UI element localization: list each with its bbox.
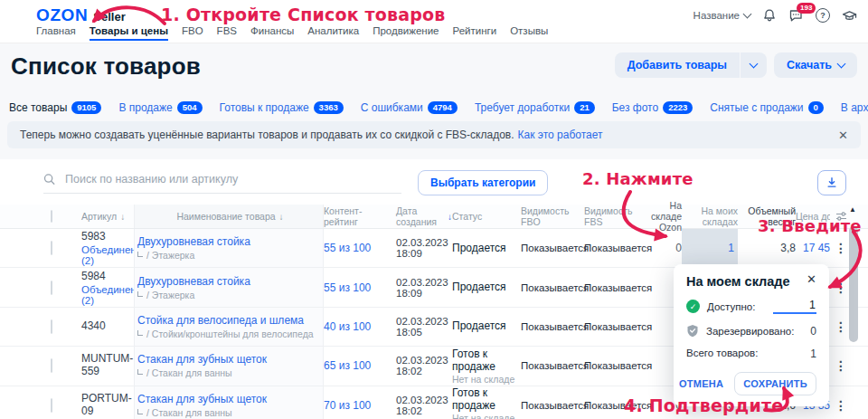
- col-header-status: Статус: [452, 211, 521, 222]
- add-products-button[interactable]: Добавить товары: [615, 52, 740, 78]
- available-label: Доступно:: [707, 301, 755, 312]
- row-checkbox[interactable]: [51, 398, 52, 413]
- status-value: Продается: [452, 319, 521, 332]
- vertical-scrollbar-thumb[interactable]: [849, 226, 858, 342]
- created-date: 02.03.2023: [396, 316, 452, 327]
- nav-item-ratings[interactable]: Рейтинги: [453, 25, 497, 41]
- product-name-link[interactable]: Стойка для велосипеда и шлема: [137, 314, 323, 327]
- add-products-dropdown-button[interactable]: [741, 52, 767, 78]
- search-input[interactable]: [63, 172, 401, 186]
- my-stock-cell[interactable]: 1: [682, 229, 738, 267]
- choose-categories-button[interactable]: Выбрать категории: [418, 170, 548, 195]
- help-question-icon[interactable]: ?: [816, 8, 830, 23]
- created-time: 18:09: [396, 248, 452, 259]
- notifications-bell-icon[interactable]: [762, 8, 777, 23]
- product-category: / Стакан для ванны: [137, 367, 323, 378]
- ozon-seller-app: OZON Seller Главная Товары и цены FBO FB…: [0, 0, 868, 419]
- chat-messages-icon[interactable]: 193: [788, 8, 804, 23]
- subcategory-corner-icon: [137, 369, 143, 375]
- tab-count-badge: 2223: [663, 101, 693, 114]
- search-field[interactable]: [43, 172, 401, 194]
- row-menu-kebab-icon[interactable]: ⋮: [835, 281, 847, 294]
- tab-needs-work[interactable]: Требует доработки21: [475, 101, 595, 114]
- my-stock-value[interactable]: 1: [728, 242, 738, 254]
- scroll-up-arrow-icon[interactable]: ▲: [849, 205, 856, 214]
- select-all-checkbox[interactable]: [51, 210, 52, 223]
- fbs-visibility: Показывается: [584, 243, 642, 253]
- row-menu-kebab-icon[interactable]: ⋮: [835, 399, 847, 412]
- sku-value: PORTUM-09: [81, 392, 134, 417]
- product-category: / Этажерка: [137, 290, 323, 300]
- education-cap-icon[interactable]: [842, 9, 857, 23]
- tab-with-errors[interactable]: С ошибками4794: [361, 101, 458, 114]
- product-name-link[interactable]: Двухуровневая стойка: [137, 275, 323, 288]
- price-link[interactable]: 17 45: [803, 242, 830, 254]
- banner-close-icon[interactable]: ✕: [838, 129, 848, 142]
- fbo-visibility: Показывается: [521, 282, 584, 293]
- nav-item-fbo[interactable]: FBO: [182, 25, 203, 41]
- sku-value: 5984: [81, 270, 134, 282]
- status-value: Продается: [452, 281, 521, 293]
- nav-item-finance[interactable]: Финансы: [250, 25, 294, 41]
- nav-item-promotion[interactable]: Продвижение: [373, 25, 439, 41]
- save-button[interactable]: СОХРАНИТЬ: [734, 372, 816, 395]
- tab-all-products[interactable]: Все товары9105: [9, 101, 101, 114]
- content-rating-link[interactable]: 70 из 100: [324, 399, 371, 412]
- row-checkbox[interactable]: [51, 319, 52, 334]
- tab-count-badge: 21: [574, 101, 595, 114]
- tab-archived[interactable]: В архиве8295: [841, 101, 868, 114]
- created-date: 02.03.2023: [396, 355, 452, 366]
- status-value: Готов к продаже: [452, 386, 521, 412]
- tab-removed-from-sale[interactable]: Снятые с продажи0: [710, 101, 824, 114]
- tab-ready-for-sale[interactable]: Готовы к продаже3363: [220, 101, 344, 114]
- row-menu-kebab-icon[interactable]: ⋮: [835, 242, 847, 254]
- ozon-seller-logo[interactable]: OZON Seller: [36, 5, 126, 25]
- banner-how-it-works-link[interactable]: Как это работает: [518, 129, 603, 141]
- reserved-shield-icon: [686, 324, 699, 338]
- logo-ozon-text: OZON: [36, 5, 88, 25]
- add-products-split-button: Добавить товары: [615, 52, 767, 78]
- subcategory-corner-icon: [137, 291, 143, 297]
- product-name-link[interactable]: Двухуровневая стойка: [137, 235, 323, 248]
- merged-link[interactable]: Объединено (2): [81, 284, 134, 306]
- tab-on-sale[interactable]: В продаже504: [118, 101, 202, 114]
- nav-item-fbs[interactable]: FBS: [217, 25, 237, 41]
- nav-item-products-and-prices[interactable]: Товары и цены: [90, 25, 168, 41]
- content-rating-link[interactable]: 65 из 100: [324, 359, 371, 372]
- tab-no-photo[interactable]: Без фото2223: [612, 101, 693, 114]
- product-name-link[interactable]: Стакан для зубных щеток: [137, 393, 323, 405]
- download-icon: [826, 176, 838, 189]
- download-table-button[interactable]: [817, 170, 846, 195]
- row-menu-kebab-icon[interactable]: ⋮: [835, 359, 847, 372]
- col-header-sku[interactable]: Артикул↓: [81, 211, 134, 222]
- col-header-date[interactable]: Дата создания↓: [396, 205, 452, 227]
- row-checkbox[interactable]: [51, 241, 52, 255]
- cancel-button[interactable]: ОТМЕНА: [679, 378, 723, 389]
- content-rating-link[interactable]: 40 из 100: [324, 320, 371, 333]
- account-selector[interactable]: Название: [693, 10, 750, 21]
- content-rating-link[interactable]: 55 из 100: [324, 281, 371, 294]
- product-name-link[interactable]: Стакан для зубных щеток: [137, 353, 323, 366]
- nav-item-home[interactable]: Главная: [36, 25, 76, 41]
- row-menu-kebab-icon[interactable]: ⋮: [835, 320, 847, 333]
- popup-close-icon[interactable]: ✕: [807, 273, 816, 285]
- status-sub: Нет на складе: [452, 374, 521, 385]
- row-checkbox[interactable]: [51, 358, 52, 373]
- download-menu-button[interactable]: Скачать: [774, 52, 857, 78]
- nav-item-reviews[interactable]: Отзывы: [510, 25, 548, 41]
- row-checkbox[interactable]: [51, 281, 52, 295]
- created-date: 02.03.2023: [396, 395, 452, 405]
- tab-label: Готовы к продаже: [220, 101, 309, 114]
- merged-link[interactable]: Объединено (2): [81, 244, 134, 266]
- subcategory-corner-icon: [137, 330, 143, 336]
- col-header-name[interactable]: Наименование товара↓: [134, 205, 324, 228]
- ozon-stock-value: 0: [642, 242, 682, 254]
- content-rating-link[interactable]: 55 из 100: [324, 242, 371, 254]
- nav-item-analytics[interactable]: Аналитика: [307, 25, 359, 41]
- available-quantity-input[interactable]: [773, 299, 816, 314]
- sort-down-icon: ↓: [279, 212, 284, 222]
- total-label: Всего товаров:: [686, 348, 758, 360]
- tab-label: С ошибками: [361, 101, 423, 114]
- created-time: 18:02: [396, 366, 452, 376]
- chat-unread-badge: 193: [797, 3, 816, 14]
